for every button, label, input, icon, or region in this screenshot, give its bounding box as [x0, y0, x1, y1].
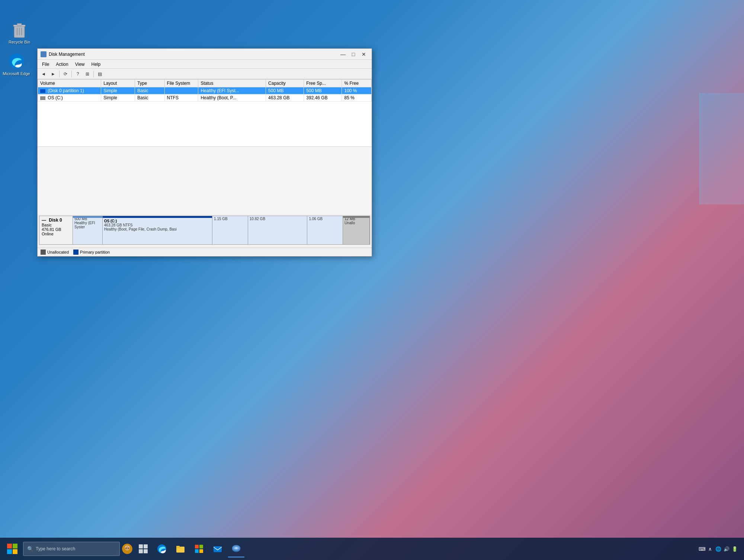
file-explorer-button[interactable]	[172, 540, 189, 557]
menu-action[interactable]: Action	[53, 61, 71, 68]
partition-os-name: OS (C:)	[104, 219, 211, 223]
forward-button[interactable]: ►	[49, 70, 58, 78]
mail-button[interactable]	[209, 540, 226, 557]
cell-status-0: Healthy (EFI Syst...	[198, 87, 266, 94]
toolbar: ◄ ► ⟳ ? ⊞ ▤	[38, 69, 372, 79]
search-bar[interactable]: 🔍 Type here to search	[23, 542, 120, 556]
partition-r1[interactable]: 1.15 GB	[212, 216, 248, 244]
svg-point-17	[126, 548, 129, 551]
partition-efi[interactable]: 500 MB Healthy (EFI Syster	[73, 216, 103, 244]
legend-unallocated: Unallocated	[41, 250, 69, 255]
network-icon[interactable]: 🌐	[715, 545, 722, 552]
disk-size: 476.81 GB	[42, 227, 70, 232]
cell-type-1: Basic	[135, 94, 164, 102]
partition-r3[interactable]: 1.06 GB	[307, 216, 343, 244]
toolbar-separator-2	[71, 71, 72, 77]
cell-fs-1: NTFS	[164, 94, 198, 102]
menu-help[interactable]: Help	[89, 61, 104, 68]
help-button-2[interactable]: ⊞	[83, 70, 92, 78]
disk-management-taskbar-button[interactable]	[228, 540, 245, 557]
col-header-free: Free Sp...	[304, 80, 342, 87]
store-button[interactable]	[190, 540, 208, 557]
edge-desktop-icon[interactable]: Microsoft Edge	[1, 52, 31, 76]
cell-pctfree-1: 85 %	[342, 94, 372, 102]
task-view-button[interactable]	[135, 540, 152, 557]
partition-unalloc-size: 12 MB	[344, 217, 368, 221]
help-button-1[interactable]: ?	[73, 70, 82, 78]
edge-desktop-label: Microsoft Edge	[3, 71, 30, 76]
col-header-capacity: Capacity	[266, 80, 304, 87]
partition-os[interactable]: OS (C:) 463.28 GB NTFS Healthy (Boot, Pa…	[103, 216, 212, 244]
svg-rect-28	[195, 549, 199, 553]
refresh-button[interactable]: ⟳	[61, 70, 70, 78]
disk-partitions: 500 MB Healthy (EFI Syster OS (C:) 463.2…	[73, 216, 370, 244]
partition-unalloc-label: Unallo	[344, 221, 368, 225]
system-tray: ⌨ ∧ 🌐 🔊 🔋	[696, 545, 741, 552]
disk-type: Basic	[42, 223, 70, 227]
svg-rect-9	[7, 549, 12, 554]
partition-unalloc[interactable]: 12 MB Unallo	[343, 216, 370, 244]
disk-status: Online	[42, 232, 70, 236]
disk-management-window: Disk Management — □ ✕ File Action View H…	[37, 48, 372, 257]
toolbar-separator-3	[93, 71, 94, 77]
content-area: Volume Layout Type File System Status Ca…	[38, 79, 372, 256]
col-header-fs: File System	[164, 80, 198, 87]
col-header-type: Type	[135, 80, 164, 87]
desktop: Recycle Bin Microsoft Edge Disk Manageme…	[0, 0, 744, 560]
cell-status-1: Healthy (Boot, P...	[198, 94, 266, 102]
partition-os-label: Healthy (Boot, Page File, Crash Dump, Ba…	[104, 227, 211, 231]
chevron-up-icon[interactable]: ∧	[707, 545, 713, 552]
svg-rect-2	[17, 23, 22, 26]
battery-icon[interactable]: 🔋	[731, 545, 738, 552]
recycle-bin-icon[interactable]: Recycle Bin	[4, 20, 34, 44]
col-header-pctfree: % Free	[342, 80, 372, 87]
back-button[interactable]: ◄	[39, 70, 48, 78]
cell-free-0: 500 MB	[304, 87, 342, 94]
cell-volume-1: OS (C:)	[38, 94, 101, 102]
window-titlebar: Disk Management — □ ✕	[38, 49, 372, 60]
col-header-status: Status	[198, 80, 266, 87]
cell-type-0: Basic	[135, 87, 164, 94]
start-button[interactable]	[3, 540, 22, 558]
col-header-layout: Layout	[101, 80, 135, 87]
table-row[interactable]: OS (C:) Simple Basic NTFS Healthy (Boot,…	[38, 94, 372, 102]
col-header-volume: Volume	[38, 80, 101, 87]
sys-tray-icons: ⌨ ∧ 🌐 🔊 🔋	[696, 545, 741, 552]
partition-r2-size: 10.82 GB	[250, 217, 306, 221]
cell-volume-0: (Disk 0 partition 1)	[38, 87, 101, 94]
partition-r3-size: 1.06 GB	[309, 217, 341, 221]
edge-taskbar-button[interactable]	[153, 540, 170, 557]
svg-rect-20	[139, 549, 143, 553]
menu-view[interactable]: View	[72, 61, 88, 68]
partition-r2[interactable]: 10.82 GB	[248, 216, 308, 244]
window-app-icon	[41, 51, 46, 57]
legend: Unallocated Primary partition	[38, 248, 372, 256]
minimize-button[interactable]: —	[338, 51, 348, 58]
vol-icon-0	[40, 89, 45, 93]
partition-table[interactable]: Volume Layout Type File System Status Ca…	[38, 79, 372, 147]
svg-rect-18	[139, 544, 143, 548]
table-row[interactable]: (Disk 0 partition 1) Simple Basic Health…	[38, 87, 372, 94]
window-controls: — □ ✕	[338, 51, 369, 58]
window-title-left: Disk Management	[41, 51, 85, 57]
legend-unalloc-box	[41, 250, 46, 255]
cell-layout-1: Simple	[101, 94, 135, 102]
cortana-icon[interactable]	[122, 544, 132, 554]
svg-rect-29	[199, 549, 203, 553]
partition-efi-size: 500 MB	[74, 217, 101, 221]
svg-rect-10	[13, 549, 17, 554]
menu-file[interactable]: File	[39, 61, 52, 68]
keyboard-icon[interactable]: ⌨	[699, 545, 705, 552]
cell-capacity-1: 463.28 GB	[266, 94, 304, 102]
svg-point-16	[128, 548, 129, 549]
close-button[interactable]: ✕	[359, 51, 369, 58]
properties-button[interactable]: ▤	[95, 70, 104, 78]
taskbar: 🔍 Type here to search	[0, 538, 744, 560]
svg-rect-19	[144, 544, 148, 548]
svg-point-15	[126, 548, 127, 549]
maximize-button[interactable]: □	[349, 51, 358, 58]
svg-rect-26	[195, 545, 199, 548]
svg-point-34	[235, 547, 237, 549]
partition-efi-label: Healthy (EFI Syster	[74, 221, 101, 229]
volume-icon[interactable]: 🔊	[723, 545, 730, 552]
